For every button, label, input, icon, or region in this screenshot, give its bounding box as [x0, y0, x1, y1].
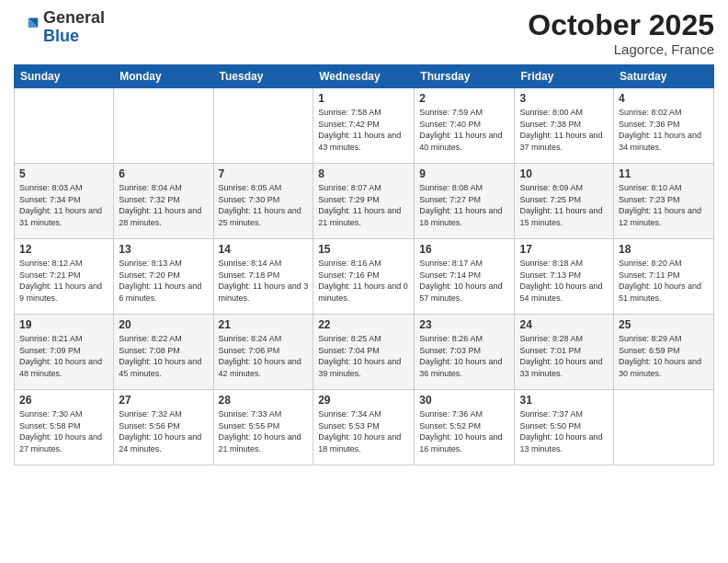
day-number: 3 — [519, 92, 609, 105]
day-info: Sunrise: 8:10 AM Sunset: 7:23 PM Dayligh… — [619, 182, 709, 228]
day-info: Sunrise: 8:26 AM Sunset: 7:03 PM Dayligh… — [419, 333, 509, 379]
day-of-week-header: Monday — [114, 65, 213, 88]
calendar-cell: 29Sunrise: 7:34 AM Sunset: 5:53 PM Dayli… — [313, 390, 415, 465]
month-title: October 2025 — [528, 9, 714, 41]
day-info: Sunrise: 8:20 AM Sunset: 7:11 PM Dayligh… — [619, 258, 709, 304]
calendar-cell: 22Sunrise: 8:25 AM Sunset: 7:04 PM Dayli… — [313, 315, 415, 390]
calendar-cell: 14Sunrise: 8:14 AM Sunset: 7:18 PM Dayli… — [213, 239, 313, 315]
calendar-cell: 25Sunrise: 8:29 AM Sunset: 6:59 PM Dayli… — [614, 315, 714, 390]
logo-icon — [14, 15, 40, 40]
day-info: Sunrise: 8:24 AM Sunset: 7:06 PM Dayligh… — [219, 333, 309, 379]
day-info: Sunrise: 8:13 AM Sunset: 7:20 PM Dayligh… — [119, 258, 208, 304]
calendar-week-row: 26Sunrise: 7:30 AM Sunset: 5:58 PM Dayli… — [15, 390, 714, 465]
title-block: October 2025 Lagorce, France — [528, 9, 714, 57]
calendar-cell: 9Sunrise: 8:08 AM Sunset: 7:27 PM Daylig… — [415, 164, 515, 239]
calendar-cell: 27Sunrise: 7:32 AM Sunset: 5:56 PM Dayli… — [114, 390, 213, 465]
calendar-cell: 24Sunrise: 8:28 AM Sunset: 7:01 PM Dayli… — [515, 315, 614, 390]
day-number: 8 — [318, 167, 409, 180]
day-info: Sunrise: 8:18 AM Sunset: 7:13 PM Dayligh… — [519, 258, 609, 304]
day-info: Sunrise: 8:16 AM Sunset: 7:16 PM Dayligh… — [318, 258, 409, 304]
day-number: 26 — [19, 394, 108, 407]
day-number: 5 — [19, 167, 108, 180]
calendar-week-row: 1Sunrise: 7:58 AM Sunset: 7:42 PM Daylig… — [15, 88, 714, 164]
day-number: 29 — [318, 394, 409, 407]
calendar-cell: 21Sunrise: 8:24 AM Sunset: 7:06 PM Dayli… — [213, 315, 313, 390]
calendar-cell: 16Sunrise: 8:17 AM Sunset: 7:14 PM Dayli… — [415, 239, 515, 315]
calendar-cell: 11Sunrise: 8:10 AM Sunset: 7:23 PM Dayli… — [614, 164, 714, 239]
day-number: 16 — [419, 243, 509, 256]
day-number: 31 — [519, 394, 609, 407]
day-info: Sunrise: 7:59 AM Sunset: 7:40 PM Dayligh… — [419, 107, 509, 153]
day-of-week-header: Saturday — [614, 65, 714, 88]
day-info: Sunrise: 7:58 AM Sunset: 7:42 PM Dayligh… — [318, 107, 409, 153]
day-number: 14 — [219, 243, 309, 256]
day-info: Sunrise: 8:03 AM Sunset: 7:34 PM Dayligh… — [19, 182, 108, 228]
day-info: Sunrise: 7:37 AM Sunset: 5:50 PM Dayligh… — [519, 408, 609, 454]
calendar-cell: 1Sunrise: 7:58 AM Sunset: 7:42 PM Daylig… — [313, 88, 415, 164]
calendar-cell: 19Sunrise: 8:21 AM Sunset: 7:09 PM Dayli… — [15, 315, 114, 390]
calendar-cell: 3Sunrise: 8:00 AM Sunset: 7:38 PM Daylig… — [515, 88, 614, 164]
calendar-cell: 23Sunrise: 8:26 AM Sunset: 7:03 PM Dayli… — [415, 315, 515, 390]
calendar-cell: 10Sunrise: 8:09 AM Sunset: 7:25 PM Dayli… — [515, 164, 614, 239]
day-number: 10 — [519, 167, 609, 180]
calendar-cell: 13Sunrise: 8:13 AM Sunset: 7:20 PM Dayli… — [114, 239, 213, 315]
day-info: Sunrise: 7:36 AM Sunset: 5:52 PM Dayligh… — [419, 408, 509, 454]
day-number: 13 — [119, 243, 208, 256]
day-info: Sunrise: 7:33 AM Sunset: 5:55 PM Dayligh… — [219, 408, 309, 454]
calendar-cell: 12Sunrise: 8:12 AM Sunset: 7:21 PM Dayli… — [15, 239, 114, 315]
logo-text: General Blue — [43, 9, 105, 46]
calendar-header-row: SundayMondayTuesdayWednesdayThursdayFrid… — [15, 65, 714, 88]
calendar-cell: 15Sunrise: 8:16 AM Sunset: 7:16 PM Dayli… — [313, 239, 415, 315]
calendar-cell: 26Sunrise: 7:30 AM Sunset: 5:58 PM Dayli… — [15, 390, 114, 465]
logo-general-text: General — [43, 8, 105, 27]
day-number: 20 — [119, 318, 208, 331]
calendar-cell — [614, 390, 714, 465]
calendar-week-row: 12Sunrise: 8:12 AM Sunset: 7:21 PM Dayli… — [15, 239, 714, 315]
day-of-week-header: Thursday — [415, 65, 515, 88]
day-number: 28 — [219, 394, 309, 407]
day-number: 22 — [318, 318, 409, 331]
calendar-cell — [15, 88, 114, 164]
day-info: Sunrise: 8:09 AM Sunset: 7:25 PM Dayligh… — [519, 182, 609, 228]
day-info: Sunrise: 8:17 AM Sunset: 7:14 PM Dayligh… — [419, 258, 509, 304]
day-info: Sunrise: 7:32 AM Sunset: 5:56 PM Dayligh… — [119, 408, 208, 454]
day-number: 2 — [419, 92, 509, 105]
day-info: Sunrise: 8:12 AM Sunset: 7:21 PM Dayligh… — [19, 258, 108, 304]
calendar-cell: 4Sunrise: 8:02 AM Sunset: 7:36 PM Daylig… — [614, 88, 714, 164]
day-info: Sunrise: 8:22 AM Sunset: 7:08 PM Dayligh… — [119, 333, 208, 379]
calendar-cell: 8Sunrise: 8:07 AM Sunset: 7:29 PM Daylig… — [313, 164, 415, 239]
day-of-week-header: Tuesday — [213, 65, 313, 88]
logo: General Blue — [14, 9, 105, 46]
calendar-cell — [114, 88, 213, 164]
calendar-cell: 6Sunrise: 8:04 AM Sunset: 7:32 PM Daylig… — [114, 164, 213, 239]
day-number: 11 — [619, 167, 709, 180]
calendar-cell: 5Sunrise: 8:03 AM Sunset: 7:34 PM Daylig… — [15, 164, 114, 239]
calendar-cell: 31Sunrise: 7:37 AM Sunset: 5:50 PM Dayli… — [515, 390, 614, 465]
day-info: Sunrise: 8:04 AM Sunset: 7:32 PM Dayligh… — [119, 182, 208, 228]
calendar-week-row: 19Sunrise: 8:21 AM Sunset: 7:09 PM Dayli… — [15, 315, 714, 390]
location: Lagorce, France — [528, 41, 714, 57]
day-number: 25 — [619, 318, 709, 331]
day-info: Sunrise: 8:14 AM Sunset: 7:18 PM Dayligh… — [219, 258, 309, 304]
calendar-cell: 30Sunrise: 7:36 AM Sunset: 5:52 PM Dayli… — [415, 390, 515, 465]
day-info: Sunrise: 8:05 AM Sunset: 7:30 PM Dayligh… — [219, 182, 309, 228]
logo-blue-text: Blue — [43, 27, 79, 45]
page: General Blue October 2025 Lagorce, Franc… — [0, 0, 728, 563]
day-number: 12 — [19, 243, 108, 256]
day-info: Sunrise: 8:07 AM Sunset: 7:29 PM Dayligh… — [318, 182, 409, 228]
calendar-cell: 28Sunrise: 7:33 AM Sunset: 5:55 PM Dayli… — [213, 390, 313, 465]
day-number: 21 — [219, 318, 309, 331]
day-info: Sunrise: 7:34 AM Sunset: 5:53 PM Dayligh… — [318, 408, 409, 454]
day-number: 17 — [519, 243, 609, 256]
day-number: 6 — [119, 167, 208, 180]
day-number: 15 — [318, 243, 409, 256]
day-info: Sunrise: 8:08 AM Sunset: 7:27 PM Dayligh… — [419, 182, 509, 228]
day-info: Sunrise: 8:00 AM Sunset: 7:38 PM Dayligh… — [519, 107, 609, 153]
day-of-week-header: Wednesday — [313, 65, 415, 88]
day-number: 19 — [19, 318, 108, 331]
day-number: 24 — [519, 318, 609, 331]
day-number: 4 — [619, 92, 709, 105]
day-info: Sunrise: 8:28 AM Sunset: 7:01 PM Dayligh… — [519, 333, 609, 379]
calendar-cell: 7Sunrise: 8:05 AM Sunset: 7:30 PM Daylig… — [213, 164, 313, 239]
day-number: 23 — [419, 318, 509, 331]
